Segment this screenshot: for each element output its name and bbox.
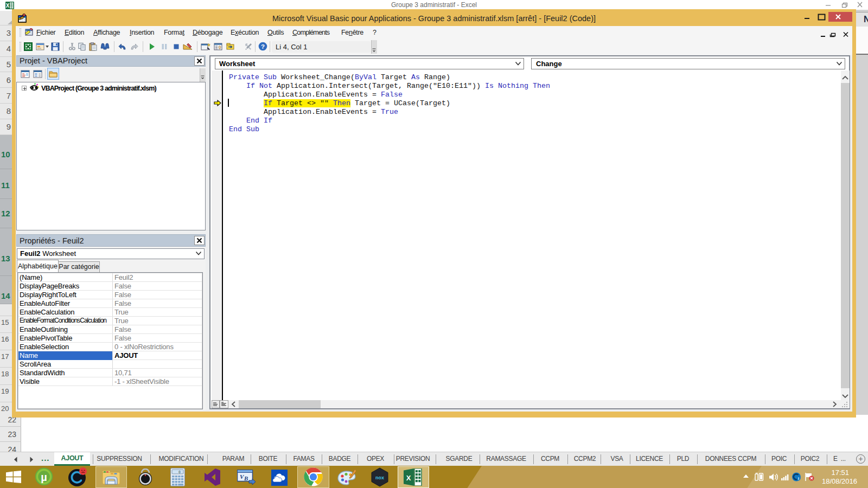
svg-text:µ: µ — [41, 471, 47, 483]
svg-text:nox: nox — [375, 475, 384, 480]
svg-text:0: 0 — [178, 471, 181, 474]
svg-text:?: ? — [261, 43, 265, 50]
svg-text:B: B — [244, 475, 248, 481]
svg-text:X: X — [406, 474, 411, 482]
